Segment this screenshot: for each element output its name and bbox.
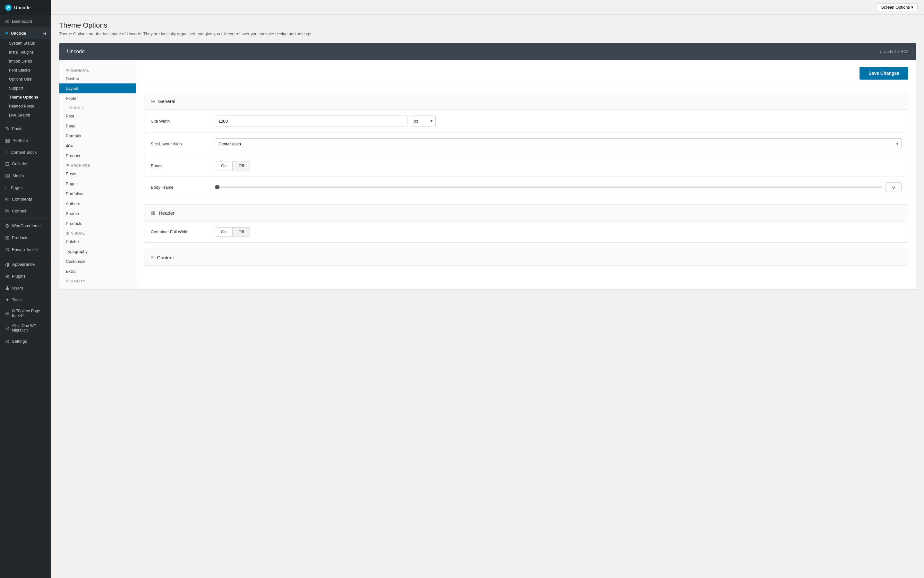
header-icon: ▦: [151, 210, 156, 216]
site-width-unit-select[interactable]: px % em: [410, 115, 436, 127]
screen-options-button[interactable]: Screen Options ▾: [877, 3, 918, 11]
nav-section-archives: ✉ ARCHIVES: [59, 161, 136, 169]
sidebar-item-font-stacks[interactable]: Font Stacks: [0, 66, 51, 75]
section-general: ⊕ General Site Width px: [144, 93, 908, 198]
page-title: Theme Options: [59, 21, 916, 29]
sidebar-logo-label: Uncode: [14, 5, 31, 10]
body-frame-value: 0: [885, 182, 901, 192]
sidebar-label-settings: Settings: [12, 339, 27, 344]
sidebar-item-related-posts[interactable]: Related Posts: [0, 102, 51, 111]
boxed-control: On Off: [215, 161, 901, 170]
nav-item-navbar[interactable]: Navbar: [59, 73, 136, 83]
options-panel: Uncode Uncode 1.7.RC2 ⊞ GENERAL Navbar L…: [59, 43, 916, 290]
container-full-width-control: On Off: [215, 227, 901, 237]
sidebar-label-uncode: Uncode: [11, 31, 26, 36]
container-full-width-on-button[interactable]: On: [215, 227, 233, 236]
sidebar-item-envato[interactable]: ⊙ Envato Toolkit: [0, 244, 51, 255]
sidebar-item-posts[interactable]: ✎ Posts: [0, 123, 51, 135]
container-full-width-off-button[interactable]: Off: [233, 227, 250, 236]
sidebar-label-galleries: Galleries: [12, 161, 28, 166]
single-section-icon: □: [66, 106, 68, 110]
boxed-on-button[interactable]: On: [215, 161, 233, 170]
boxed-off-button[interactable]: Off: [233, 161, 250, 170]
nav-item-palette[interactable]: Palette: [59, 237, 136, 247]
envato-icon: ⊙: [5, 247, 9, 253]
sidebar-item-support[interactable]: Support: [0, 84, 51, 93]
sidebar-item-contact[interactable]: ✉ Contact: [0, 205, 51, 217]
sidebar-label-envato: Envato Toolkit: [12, 247, 38, 252]
sidebar-item-products[interactable]: ⊞ Products: [0, 232, 51, 244]
nav-item-authors-archive[interactable]: Authors: [59, 199, 136, 209]
sidebar-item-all-in-one[interactable]: ⊙ All-in-One WP Migration: [0, 321, 51, 335]
nav-item-pages-archive[interactable]: Pages: [59, 179, 136, 189]
sidebar-item-live-search[interactable]: Live Search: [0, 111, 51, 120]
boxed-label: Boxed: [151, 163, 209, 168]
sidebar-item-system-status[interactable]: System Status: [0, 39, 51, 48]
nav-item-footer[interactable]: Footer: [59, 93, 136, 103]
sidebar-item-options-utils[interactable]: Options Utils: [0, 75, 51, 84]
site-layout-align-select[interactable]: Center align Left align Right align: [215, 138, 901, 149]
site-width-label: Site Width: [151, 119, 209, 123]
nav-item-portfolio[interactable]: Portfolio: [59, 131, 136, 141]
sidebar-item-pages[interactable]: □ Pages: [0, 182, 51, 193]
site-layout-align-wrapper: Center align Left align Right align: [215, 138, 901, 149]
sidebar-item-content-block[interactable]: ≡ Content Block: [0, 146, 51, 158]
nav-item-search-archive[interactable]: Search: [59, 209, 136, 219]
nav-item-layout[interactable]: Layout: [59, 83, 136, 93]
save-changes-button[interactable]: Save Changes: [859, 67, 908, 80]
sidebar-item-users[interactable]: ♟ Users: [0, 282, 51, 294]
sidebar-item-media[interactable]: ▤ Media: [0, 170, 51, 182]
body-frame-control: 0: [215, 182, 901, 192]
sidebar-item-settings[interactable]: ⊙ Settings: [0, 335, 51, 347]
nav-item-page[interactable]: Page: [59, 121, 136, 131]
site-width-input[interactable]: [215, 115, 407, 127]
sidebar-item-plugins[interactable]: ⊕ Plugins: [0, 270, 51, 282]
body-frame-slider-thumb[interactable]: [215, 185, 219, 189]
sidebar-item-tools[interactable]: ✦ Tools: [0, 294, 51, 306]
sidebar-item-install-plugins[interactable]: Install Plugins: [0, 48, 51, 57]
body-frame-label: Body Frame: [151, 185, 209, 190]
nav-section-single: □ SINGLE: [59, 103, 136, 111]
nav-item-404[interactable]: 404: [59, 141, 136, 151]
section-header-header: ▦ Header: [144, 205, 908, 221]
sidebar-item-portfolio[interactable]: ▦ Portfolio: [0, 135, 51, 146]
panel-title: Uncode: [67, 49, 85, 55]
sidebar-item-theme-options[interactable]: Theme Options: [0, 93, 51, 102]
sidebar-logo[interactable]: W Uncode: [0, 0, 51, 15]
sidebar-item-woocommerce[interactable]: ⊛ WooCommerce: [0, 220, 51, 232]
sidebar-label-all-in-one: All-in-One WP Migration: [12, 323, 46, 333]
nav-item-portfolios-archive[interactable]: Portfolios: [59, 189, 136, 199]
site-width-unit-wrapper: px % em: [410, 115, 436, 127]
pages-icon: □: [5, 185, 8, 190]
sidebar-item-uncode[interactable]: ● Uncode ◀: [0, 27, 51, 39]
nav-item-post[interactable]: Post: [59, 111, 136, 121]
body-frame-slider-track[interactable]: [215, 187, 882, 188]
nav-item-extra[interactable]: Extra: [59, 266, 136, 276]
contact-icon: ✉: [5, 208, 9, 214]
sidebar-item-dashboard[interactable]: ⊞ Dashboard: [0, 15, 51, 27]
sidebar-item-import-demo[interactable]: Import Demo: [0, 57, 51, 66]
sidebar-arrow-uncode: ◀: [43, 31, 46, 36]
sidebar-label-plugins: Plugins: [12, 274, 26, 279]
nav-item-products-archive[interactable]: Products: [59, 219, 136, 229]
nav-item-typography[interactable]: Typography: [59, 247, 136, 257]
users-icon: ♟: [5, 285, 10, 291]
content-block-icon: ≡: [5, 149, 8, 155]
sidebar-item-appearance[interactable]: ◑ Appearance: [0, 258, 51, 270]
sidebar-label-content-block: Content Block: [11, 150, 37, 155]
sidebar-label-wpbakery: WPBakery Page Builder: [12, 309, 46, 318]
sidebar-label-contact: Contact: [12, 209, 26, 213]
products-icon: ⊞: [5, 235, 9, 241]
tools-icon: ✦: [5, 297, 9, 303]
uncode-icon: ●: [5, 30, 8, 36]
visual-section-icon: ◑: [66, 231, 69, 235]
sidebar-item-comments[interactable]: ✉ Comments: [0, 193, 51, 205]
sidebar-item-galleries[interactable]: ⊡ Galleries: [0, 158, 51, 170]
nav-item-customize[interactable]: Customize: [59, 257, 136, 266]
page-content: Theme Options Theme Options are the back…: [51, 15, 924, 578]
sidebar-item-wpbakery[interactable]: ⊞ WPBakery Page Builder: [0, 306, 51, 321]
nav-section-general: ⊞ GENERAL: [59, 65, 136, 73]
nav-item-product[interactable]: Product: [59, 151, 136, 161]
posts-icon: ✎: [5, 125, 9, 132]
nav-item-posts-archive[interactable]: Posts: [59, 169, 136, 179]
